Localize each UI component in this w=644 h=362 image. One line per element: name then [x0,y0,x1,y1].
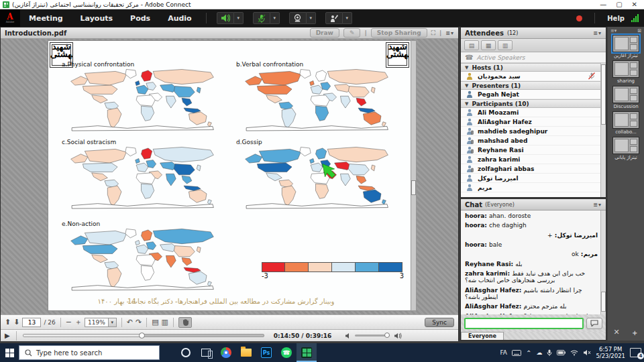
hand-tool-button[interactable] [178,317,192,328]
page-up-icon[interactable]: ⬆ [5,318,11,326]
attendee-grid-view-button[interactable]: ▦ [481,40,496,50]
tray-expand-icon[interactable]: ⌃ [526,349,531,357]
attendee-list-view-button[interactable]: ▤ [464,40,479,50]
volume-high-icon[interactable] [394,333,402,339]
chat-scrollbar[interactable] [600,210,606,314]
start-button[interactable] [0,343,19,362]
attendee-row[interactable]: mahdieb sadeghipur [461,127,600,136]
speaker-muted-icon[interactable] [583,349,591,356]
layout-thumbnail[interactable]: تیتراژ پایانی [608,137,644,160]
collapse-triangle-icon[interactable]: ▼ [465,65,468,70]
attendee-group-header[interactable]: ▼Presenters (1) [461,81,600,90]
attendee-row[interactable]: mahshad abed [461,136,600,145]
raise-hand-button[interactable] [325,12,343,24]
menu-meeting[interactable]: Meeting [20,14,72,23]
cortana-button[interactable] [176,343,196,362]
chat-send-button[interactable] [586,318,602,329]
menu-audio[interactable]: Audio [159,14,201,23]
attendee-row[interactable]: zolfaghari abbas [461,164,600,174]
adobe-connect-taskbar-button[interactable] [297,343,317,362]
fit-width-icon[interactable]: ▥ [162,318,168,326]
layouts-pin-icon[interactable]: ⊠ [637,28,641,34]
layouts-menu-icon[interactable]: ≡▾ [610,28,616,34]
volume-thumb[interactable] [384,333,390,338]
maximize-button[interactable]: ▢ [616,1,622,8]
file-explorer-button[interactable] [236,343,256,362]
attendees-pod-menu-icon[interactable]: ≡▾ [593,30,602,36]
attendee-row[interactable]: Pegah Nejat [461,90,600,99]
webcam-dropdown[interactable]: ▾ [307,12,316,24]
layout-thumbnail[interactable]: تیتراژ آغازین [608,35,644,58]
collapse-triangle-icon[interactable]: ▼ [465,83,468,88]
attendee-group-header[interactable]: ▼Hosts (1) [461,63,600,72]
attendee-row[interactable]: امیررضا توکل [461,174,600,183]
attendee-row[interactable]: سید محمودیان [461,72,600,81]
zoom-in-icon[interactable]: ＋ [74,317,82,327]
menu-layouts[interactable]: Layouts [72,14,121,23]
zoom-out-icon[interactable]: − [66,318,72,326]
layout-thumbnail-preview[interactable] [612,137,639,154]
layout-thumbnail-preview[interactable] [612,60,639,78]
play-icon[interactable]: ▶ [5,332,10,339]
microphone-dropdown[interactable]: ▾ [270,12,280,24]
attendee-row[interactable]: Reyhane Rasi [461,145,600,155]
attendee-row[interactable]: zahra karimi [461,155,600,164]
chat-input[interactable] [464,318,584,329]
attendee-row[interactable]: Ali Moazami [461,108,600,117]
raise-hand-dropdown[interactable]: ▾ [343,12,352,24]
layout-thumbnail-preview[interactable] [612,111,639,129]
playback-thumb[interactable] [139,333,145,339]
language-indicator[interactable]: FA [500,349,508,356]
menu-pods[interactable]: Pods [121,14,159,23]
attendee-row[interactable]: مریم [461,183,600,192]
speaker-button[interactable] [217,12,234,24]
tray-microphone-icon[interactable] [547,349,552,357]
chrome-taskbar-button[interactable] [216,343,236,362]
page-down-icon[interactable]: ⬇ [13,318,19,326]
layout-thumbnail[interactable]: Discussion [608,86,644,109]
document-scrollbar[interactable] [411,40,417,311]
photoshop-button[interactable]: Ps [256,343,276,362]
attendee-row[interactable]: AliAsghar Hafez [461,117,600,127]
layout-thumbnail-preview[interactable] [612,35,639,52]
battery-icon[interactable] [557,350,566,355]
page-number-input[interactable] [22,318,41,327]
draw-button[interactable]: Draw [310,28,339,38]
microphone-button[interactable] [253,12,270,24]
rotate-left-icon[interactable]: ↶ [127,318,133,326]
playback-progress-slider[interactable] [23,334,264,337]
menu-help[interactable]: Help [607,15,625,22]
layouts-add-icon[interactable]: ＋ [631,328,639,338]
task-view-button[interactable] [196,343,216,362]
pen-tool-button[interactable]: ✎ [343,28,361,38]
minimize-button[interactable]: — [600,1,606,8]
attendee-group-header[interactable]: ▼Participants (10) [461,99,600,108]
keyboard-icon[interactable] [512,350,521,356]
fullscreen-icon[interactable]: ⛶ [431,29,435,37]
stop-sharing-button[interactable]: Stop Sharing [371,28,427,38]
volume-low-icon[interactable] [345,333,351,339]
onedrive-cloud-icon[interactable]: ☁ [536,349,542,356]
fit-page-icon[interactable]: ▤ [152,318,158,326]
chat-pod-menu-icon[interactable]: ≡▾ [593,202,602,208]
collapse-triangle-icon[interactable]: ▼ [465,101,468,107]
sync-button[interactable]: Sync [425,318,454,327]
speaker-dropdown[interactable]: ▾ [234,12,244,24]
whatsapp-button[interactable]: ☎ [276,343,297,362]
taskbar-clock[interactable]: 6:57 PM 5/23/2021 [596,346,625,359]
zoom-level-select[interactable]: 119% ▾ [85,318,117,327]
wifi-icon[interactable] [570,350,578,356]
layout-thumbnail[interactable]: collabo... [608,111,644,135]
taskbar-search[interactable]: Type here to search [19,345,160,360]
volume-slider[interactable] [355,335,390,337]
webcam-button[interactable] [289,12,307,24]
layout-thumbnail-preview[interactable] [612,86,639,103]
rotate-right-icon[interactable]: ↷ [136,318,142,326]
chat-tab-everyone[interactable]: Everyone [461,332,504,340]
layout-thumbnail[interactable]: sharing [608,60,644,84]
layouts-close-icon[interactable]: ✕ [613,328,619,338]
action-center-button[interactable]: 4 [630,348,641,357]
attendee-status-view-button[interactable]: ▥ [498,40,513,50]
attendees-scrollbar[interactable] [600,63,606,197]
close-button[interactable]: ✕ [632,1,637,8]
